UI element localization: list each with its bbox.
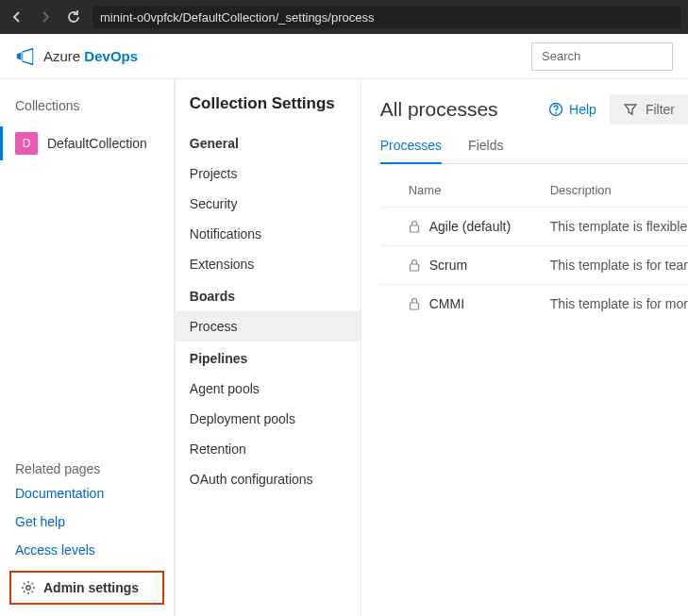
nav-projects[interactable]: Projects: [175, 158, 361, 189]
svg-point-2: [555, 112, 557, 114]
page-title: All processes: [380, 98, 498, 121]
link-access-levels[interactable]: Access levels: [15, 542, 159, 558]
help-icon: [548, 102, 563, 117]
link-get-help[interactable]: Get help: [15, 514, 159, 529]
help-label: Help: [569, 102, 596, 117]
browser-bar: minint-o0vpfck/DefaultCollection/_settin…: [0, 0, 688, 34]
filter-label: Filter: [646, 102, 675, 117]
collection-avatar: D: [15, 132, 38, 155]
left-sidebar: Collections D DefaultCollection Related …: [0, 79, 174, 616]
reload-button[interactable]: [64, 8, 83, 26]
app-header: Azure DevOps Search: [0, 34, 688, 79]
svg-rect-4: [410, 264, 418, 271]
brand[interactable]: Azure DevOps: [15, 46, 138, 67]
gear-icon: [21, 580, 36, 595]
group-boards: Boards: [175, 279, 361, 311]
tabs: Processes Fields: [380, 138, 688, 164]
lock-icon: [409, 297, 420, 310]
collection-name: DefaultCollection: [47, 136, 147, 151]
brand-text: Azure DevOps: [43, 48, 138, 64]
column-name[interactable]: Name: [409, 183, 550, 197]
column-description[interactable]: Description: [550, 183, 688, 197]
process-description: This template is flexible: [550, 219, 688, 234]
group-general: General: [175, 126, 361, 158]
related-pages-label: Related pages: [15, 461, 159, 476]
process-description: This template is for tear: [550, 258, 688, 273]
nav-retention[interactable]: Retention: [175, 434, 361, 464]
main-content: All processes Help Filter Processes Fiel…: [361, 79, 688, 616]
table-row[interactable]: Scrum This template is for tear: [380, 245, 688, 284]
process-name: CMMI: [429, 296, 464, 311]
admin-settings-button[interactable]: Admin settings: [9, 571, 164, 605]
lock-icon: [409, 220, 420, 233]
nav-notifications[interactable]: Notifications: [175, 219, 361, 249]
lock-icon: [409, 258, 420, 272]
collections-label: Collections: [15, 98, 159, 113]
table-row[interactable]: Agile (default) This template is flexibl…: [380, 207, 688, 245]
tab-processes[interactable]: Processes: [380, 138, 442, 164]
collection-item-default[interactable]: D DefaultCollection: [0, 126, 159, 160]
search-input[interactable]: Search: [531, 42, 673, 71]
link-documentation[interactable]: Documentation: [15, 486, 159, 501]
settings-nav-title: Collection Settings: [175, 94, 361, 126]
nav-agent-pools[interactable]: Agent pools: [175, 374, 361, 404]
svg-point-0: [26, 586, 30, 590]
tab-fields[interactable]: Fields: [468, 138, 503, 163]
nav-process[interactable]: Process: [175, 311, 361, 341]
nav-oauth-configurations[interactable]: OAuth configurations: [175, 464, 361, 494]
svg-rect-3: [410, 225, 418, 232]
azure-devops-logo-icon: [15, 46, 36, 67]
svg-rect-5: [410, 303, 418, 309]
nav-extensions[interactable]: Extensions: [175, 249, 361, 279]
group-pipelines: Pipelines: [175, 341, 361, 374]
process-name: Scrum: [429, 258, 467, 273]
nav-deployment-pools[interactable]: Deployment pools: [175, 404, 361, 434]
back-button[interactable]: [8, 8, 26, 26]
process-name: Agile (default): [429, 219, 511, 234]
help-button[interactable]: Help: [535, 94, 610, 125]
process-table: Name Description Agile (default) This te…: [380, 174, 688, 323]
url-text: minint-o0vpfck/DefaultCollection/_settin…: [100, 10, 374, 25]
process-description: This template is for mor: [550, 296, 688, 311]
admin-settings-label: Admin settings: [43, 580, 139, 595]
settings-nav: Collection Settings General Projects Sec…: [174, 79, 361, 616]
table-row[interactable]: CMMI This template is for mor: [380, 284, 688, 323]
address-bar[interactable]: minint-o0vpfck/DefaultCollection/_settin…: [92, 6, 680, 28]
table-header: Name Description: [380, 174, 688, 207]
filter-icon: [623, 102, 638, 117]
filter-button[interactable]: Filter: [610, 94, 688, 125]
nav-security[interactable]: Security: [175, 189, 361, 219]
forward-button[interactable]: [36, 8, 55, 26]
